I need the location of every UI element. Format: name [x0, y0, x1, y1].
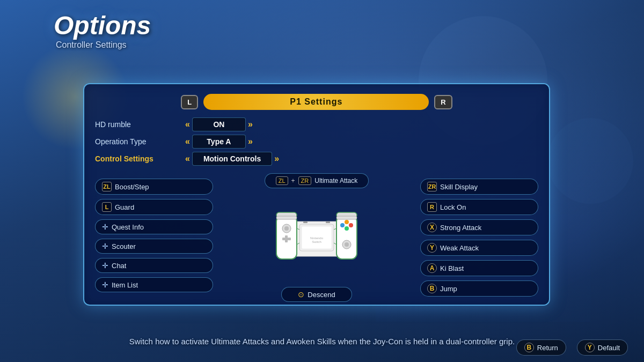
- svg-point-1: [547, 118, 633, 204]
- zr-combo-icon: ZR: [298, 176, 312, 185]
- hd-rumble-next-btn[interactable]: »: [248, 120, 253, 129]
- hd-rumble-value-box: « ON »: [185, 117, 253, 131]
- hint-text-content: Switch how to activate Ultimate Attacks …: [129, 337, 515, 346]
- control-settings-value-box: « Motion Controls »: [185, 152, 279, 166]
- controller-svg: Nintendo Switch: [274, 208, 360, 267]
- svg-point-7: [284, 226, 289, 231]
- item-list-label: Item List: [112, 281, 138, 289]
- strong-attack-btn[interactable]: X Strong Attack: [420, 219, 538, 235]
- dpad-icon-1: ✛: [102, 223, 108, 231]
- zl-zr-combo-icon: ZL: [276, 176, 288, 185]
- skill-display-label: Skill Display: [440, 183, 478, 191]
- operation-type-next-btn[interactable]: »: [248, 137, 253, 146]
- svg-point-15: [345, 220, 349, 224]
- control-settings-prev-btn[interactable]: «: [185, 154, 190, 164]
- default-label: Default: [598, 344, 620, 352]
- jump-btn[interactable]: B Jump: [420, 280, 538, 297]
- ki-blast-btn[interactable]: A Ki Blast: [420, 260, 538, 276]
- ultimate-attack-btn[interactable]: ZL + ZR Ultimate Attack: [265, 173, 369, 188]
- hd-rumble-prev-btn[interactable]: «: [185, 120, 190, 129]
- svg-point-14: [349, 223, 353, 227]
- return-btn[interactable]: B Return: [516, 339, 566, 356]
- x-icon: X: [427, 223, 437, 232]
- svg-rect-11: [285, 235, 288, 242]
- button-layout: ZL Boost/Step L Guard ✛ Quest Info ✛ Sco…: [95, 173, 538, 302]
- default-btn[interactable]: Y Default: [577, 339, 628, 356]
- item-list-btn[interactable]: ✛ Item List: [95, 277, 213, 292]
- bottom-controls: B Return Y Default: [516, 339, 628, 356]
- skill-display-btn[interactable]: ZR Skill Display: [420, 179, 538, 195]
- quest-info-btn[interactable]: ✛ Quest Info: [95, 219, 213, 234]
- right-trigger-btn[interactable]: R: [434, 95, 452, 109]
- svg-rect-21: [326, 221, 330, 223]
- b-icon: B: [427, 284, 437, 293]
- a-icon: A: [427, 263, 437, 273]
- svg-rect-20: [303, 221, 308, 223]
- dpad-icon-2: ✛: [102, 242, 108, 250]
- controller-image: Nintendo Switch: [274, 208, 360, 267]
- page-title: Options: [54, 11, 151, 40]
- scouter-label: Scouter: [112, 242, 136, 250]
- control-settings-value: Motion Controls: [192, 152, 272, 166]
- operation-type-label: Operation Type: [95, 137, 181, 146]
- control-settings-row: Control Settings « Motion Controls »: [95, 152, 538, 166]
- guard-btn[interactable]: L Guard: [95, 199, 213, 215]
- control-settings-label: Control Settings: [95, 154, 181, 163]
- left-trigger-btn[interactable]: L: [181, 95, 198, 109]
- svg-text:Switch: Switch: [312, 240, 321, 243]
- operation-type-row: Operation Type « Type A »: [95, 135, 538, 149]
- svg-rect-25: [336, 216, 357, 219]
- title-area: Options Controller Settings: [54, 11, 151, 50]
- lock-on-btn[interactable]: R Lock On: [420, 199, 538, 215]
- weak-attack-btn[interactable]: Y Weak Attack: [420, 240, 538, 256]
- controller-center: ZL + ZR Ultimate Attack: [213, 173, 420, 302]
- zr-icon: ZR: [427, 182, 437, 191]
- l-icon: L: [102, 202, 112, 212]
- p1-settings-bar: P1 Settings: [203, 94, 429, 110]
- operation-type-value-box: « Type A »: [185, 135, 253, 149]
- zl-icon: ZL: [102, 182, 112, 191]
- lock-on-label: Lock On: [440, 203, 466, 211]
- svg-rect-24: [276, 216, 297, 219]
- descend-btn[interactable]: ⊙ Descend: [281, 287, 352, 302]
- svg-text:Nintendo: Nintendo: [310, 237, 324, 240]
- settings-panel: L P1 Settings R HD rumble « ON » Operati…: [83, 83, 550, 306]
- jump-label: Jump: [440, 285, 457, 293]
- p1-header: L P1 Settings R: [95, 94, 538, 110]
- default-y-icon: Y: [585, 343, 595, 352]
- return-b-icon: B: [524, 343, 534, 352]
- plus-icon: +: [291, 177, 295, 184]
- boost-step-label: Boost/Step: [115, 183, 149, 191]
- quest-info-label: Quest Info: [112, 223, 144, 231]
- dpad-icon-4: ✛: [102, 280, 108, 289]
- hd-rumble-row: HD rumble « ON »: [95, 117, 538, 131]
- chat-btn[interactable]: ✛ Chat: [95, 258, 213, 273]
- weak-attack-label: Weak Attack: [440, 244, 479, 252]
- return-label: Return: [537, 344, 558, 352]
- operation-type-value: Type A: [192, 135, 246, 149]
- left-buttons-col: ZL Boost/Step L Guard ✛ Quest Info ✛ Sco…: [95, 173, 213, 302]
- scouter-btn[interactable]: ✛ Scouter: [95, 239, 213, 254]
- hd-rumble-label: HD rumble: [95, 120, 181, 129]
- right-buttons-col: ZR Skill Display R Lock On X Strong Atta…: [420, 173, 538, 302]
- y-icon: Y: [427, 243, 437, 253]
- svg-point-9: [345, 242, 349, 247]
- guard-label: Guard: [115, 203, 134, 211]
- operation-type-prev-btn[interactable]: «: [185, 137, 190, 146]
- settings-rows: HD rumble « ON » Operation Type « Type A…: [95, 117, 538, 166]
- ultimate-attack-label: Ultimate Attack: [314, 177, 357, 184]
- hd-rumble-value: ON: [192, 117, 246, 131]
- descend-label: Descend: [308, 291, 335, 299]
- control-settings-next-btn[interactable]: »: [274, 154, 279, 164]
- dpad-icon-3: ✛: [102, 261, 108, 270]
- page-subtitle: Controller Settings: [56, 40, 151, 50]
- svg-point-13: [340, 223, 345, 227]
- r-icon: R: [427, 202, 437, 212]
- boost-step-btn[interactable]: ZL Boost/Step: [95, 179, 213, 195]
- strong-attack-label: Strong Attack: [440, 224, 481, 232]
- chat-label: Chat: [112, 262, 126, 270]
- descend-icon: ⊙: [298, 290, 304, 299]
- ki-blast-label: Ki Blast: [440, 264, 464, 272]
- svg-point-12: [345, 226, 349, 231]
